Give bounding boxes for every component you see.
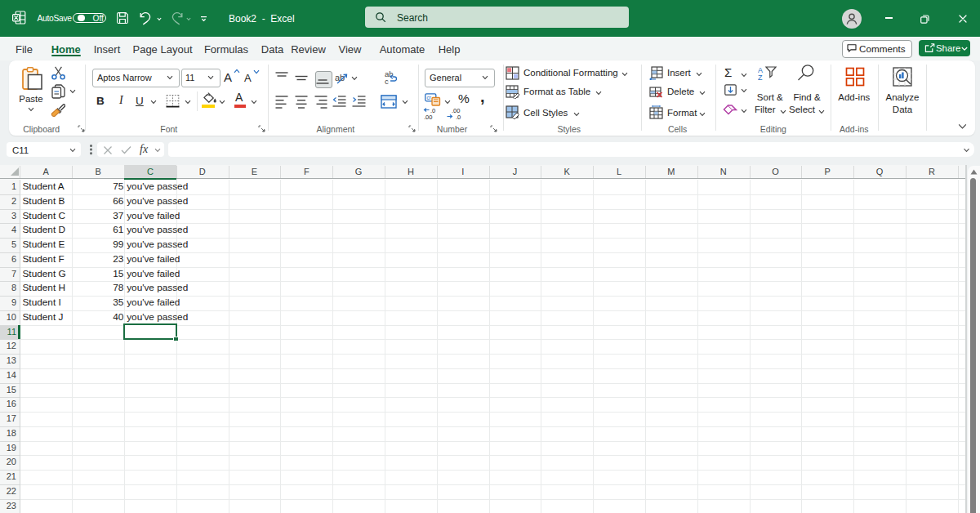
- svg-text:A: A: [758, 66, 763, 74]
- svg-text:cr: cr: [427, 95, 432, 100]
- svg-text:.00: .00: [424, 114, 432, 120]
- svg-text:Z: Z: [758, 74, 763, 81]
- svg-text:c: c: [385, 77, 389, 86]
- svg-text:.0: .0: [456, 114, 461, 120]
